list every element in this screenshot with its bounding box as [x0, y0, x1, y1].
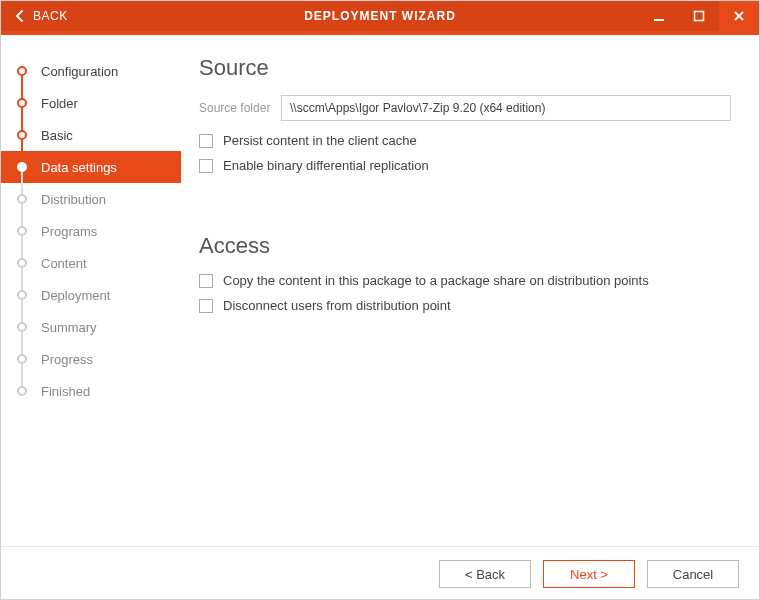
step-label: Content — [41, 256, 87, 271]
step-dot-icon — [17, 98, 27, 108]
step-progress[interactable]: Progress — [17, 343, 181, 375]
maximize-button[interactable] — [679, 1, 719, 31]
copy-content-row: Copy the content in this package to a pa… — [199, 273, 731, 288]
step-dot-icon — [17, 162, 27, 172]
step-finished[interactable]: Finished — [17, 375, 181, 407]
step-basic[interactable]: Basic — [17, 119, 181, 151]
step-distribution[interactable]: Distribution — [17, 183, 181, 215]
step-label: Finished — [41, 384, 90, 399]
persist-cache-row: Persist content in the client cache — [199, 133, 731, 148]
persist-cache-label: Persist content in the client cache — [223, 133, 417, 148]
step-configuration[interactable]: Configuration — [17, 55, 181, 87]
step-label: Basic — [41, 128, 73, 143]
source-folder-input[interactable] — [281, 95, 731, 121]
source-folder-row: Source folder — [199, 95, 731, 121]
titlebar: BACK DEPLOYMENT WIZARD — [1, 1, 759, 31]
step-label: Progress — [41, 352, 93, 367]
step-summary[interactable]: Summary — [17, 311, 181, 343]
source-folder-label: Source folder — [199, 101, 271, 115]
step-dot-icon — [17, 258, 27, 268]
step-label: Folder — [41, 96, 78, 111]
step-deployment[interactable]: Deployment — [17, 279, 181, 311]
step-dot-icon — [17, 354, 27, 364]
minimize-button[interactable] — [639, 1, 679, 31]
step-dot-icon — [17, 194, 27, 204]
window-title: DEPLOYMENT WIZARD — [304, 9, 456, 23]
copy-content-label: Copy the content in this package to a pa… — [223, 273, 649, 288]
step-folder[interactable]: Folder — [17, 87, 181, 119]
step-label: Configuration — [41, 64, 118, 79]
wizard-footer: < Back Next > Cancel — [1, 546, 759, 600]
back-arrow-icon — [13, 9, 27, 23]
step-dot-icon — [17, 386, 27, 396]
binary-diff-label: Enable binary differential replication — [223, 158, 429, 173]
close-button[interactable] — [719, 1, 759, 31]
access-section-title: Access — [199, 233, 731, 259]
step-label: Programs — [41, 224, 97, 239]
step-label: Summary — [41, 320, 97, 335]
step-dot-icon — [17, 322, 27, 332]
wizard-steps: Configuration Folder Basic Data settings — [17, 55, 181, 407]
cancel-button[interactable]: Cancel — [647, 560, 739, 588]
step-dot-icon — [17, 290, 27, 300]
disconnect-users-row: Disconnect users from distribution point — [199, 298, 731, 313]
main-panel: Source Source folder Persist content in … — [181, 37, 759, 546]
content-area: Configuration Folder Basic Data settings — [1, 37, 759, 546]
binary-diff-row: Enable binary differential replication — [199, 158, 731, 173]
back-label: BACK — [33, 9, 68, 23]
copy-content-checkbox[interactable] — [199, 274, 213, 288]
step-dot-icon — [17, 66, 27, 76]
step-dot-icon — [17, 226, 27, 236]
step-dot-icon — [17, 130, 27, 140]
wizard-sidebar: Configuration Folder Basic Data settings — [1, 37, 181, 546]
minimize-icon — [653, 10, 665, 22]
next-button[interactable]: Next > — [543, 560, 635, 588]
close-icon — [733, 10, 745, 22]
back-button[interactable]: BACK — [1, 1, 80, 31]
step-label: Deployment — [41, 288, 110, 303]
source-section-title: Source — [199, 55, 731, 81]
svg-rect-1 — [695, 12, 704, 21]
maximize-icon — [693, 10, 705, 22]
binary-diff-checkbox[interactable] — [199, 159, 213, 173]
persist-cache-checkbox[interactable] — [199, 134, 213, 148]
back-nav-button[interactable]: < Back — [439, 560, 531, 588]
disconnect-users-checkbox[interactable] — [199, 299, 213, 313]
step-programs[interactable]: Programs — [17, 215, 181, 247]
step-label: Data settings — [41, 160, 117, 175]
svg-rect-0 — [654, 19, 664, 21]
window-controls — [639, 1, 759, 31]
step-content[interactable]: Content — [17, 247, 181, 279]
step-data-settings[interactable]: Data settings — [1, 151, 181, 183]
disconnect-users-label: Disconnect users from distribution point — [223, 298, 451, 313]
step-label: Distribution — [41, 192, 106, 207]
